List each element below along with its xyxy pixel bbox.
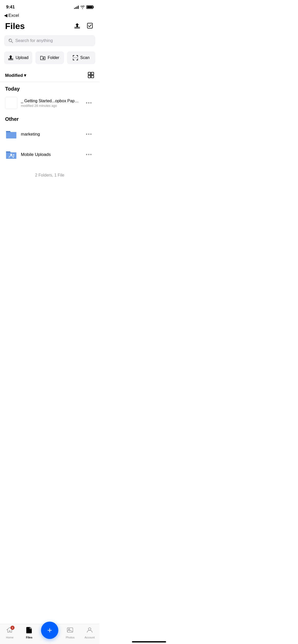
summary-text: 2 Folders, 1 File	[0, 165, 99, 182]
list-item[interactable]: Mobile Uploads •••	[0, 144, 99, 165]
list-item[interactable]: _ Getting Started...opbox Paper.paper mo…	[0, 94, 99, 112]
status-time: 9:41	[6, 5, 15, 10]
sort-chevron-icon: ▾	[24, 73, 26, 78]
svg-rect-8	[8, 55, 9, 56]
scan-icon	[73, 55, 78, 61]
wifi-icon	[80, 6, 85, 9]
list-item[interactable]: marketing •••	[0, 124, 99, 144]
svg-rect-21	[91, 72, 94, 75]
file-info: _ Getting Started...opbox Paper.paper mo…	[21, 99, 80, 108]
svg-rect-6	[8, 58, 13, 59]
svg-point-25	[13, 154, 15, 156]
back-label: Excel	[8, 13, 19, 18]
svg-rect-18	[77, 59, 78, 60]
svg-rect-23	[91, 75, 94, 78]
svg-rect-19	[73, 57, 78, 58]
back-button[interactable]: ◀ Excel	[4, 13, 19, 18]
svg-rect-22	[88, 75, 91, 78]
sort-button[interactable]: Modified ▾	[5, 73, 26, 78]
search-icon	[8, 38, 13, 43]
select-button[interactable]	[86, 21, 94, 31]
header-actions	[73, 21, 94, 31]
svg-rect-14	[77, 55, 78, 57]
scan-button[interactable]: Scan	[67, 51, 95, 64]
grid-icon	[88, 72, 94, 78]
file-more-button[interactable]: •••	[84, 99, 94, 107]
svg-rect-20	[88, 72, 91, 75]
upload-icon	[74, 22, 80, 29]
search-bar[interactable]: Search for anything	[4, 35, 95, 46]
folder-more-button[interactable]: •••	[84, 131, 94, 138]
action-buttons: Upload Folder Scan	[0, 51, 99, 69]
status-bar: 9:41	[0, 0, 99, 12]
folder-name: marketing	[21, 132, 80, 137]
upload-button[interactable]	[73, 21, 82, 31]
scan-label: Scan	[80, 55, 89, 60]
folder-name: Mobile Uploads	[21, 152, 80, 157]
page-title: Files	[5, 21, 25, 31]
folder-icon-wrap	[5, 149, 17, 161]
back-navigation: ◀ Excel	[0, 12, 99, 20]
checkmark-square-icon	[87, 22, 93, 29]
upload-action-button[interactable]: Upload	[4, 51, 32, 64]
svg-point-24	[10, 154, 12, 156]
upload-action-icon	[8, 55, 13, 61]
new-folder-icon	[40, 55, 46, 61]
svg-point-5	[9, 39, 10, 40]
file-thumbnail	[5, 97, 17, 109]
svg-rect-7	[8, 60, 13, 60]
svg-line-4	[11, 41, 13, 43]
folder-plain-icon	[5, 129, 17, 140]
folder-users-icon	[5, 149, 17, 160]
section-today-header: Today	[0, 82, 99, 94]
battery-icon	[86, 5, 93, 9]
new-folder-button[interactable]: Folder	[35, 51, 64, 64]
svg-rect-0	[74, 27, 80, 27]
folder-more-button[interactable]: •••	[84, 151, 94, 158]
signal-bars-icon	[74, 5, 79, 9]
status-icons	[74, 5, 93, 9]
folder-icon-wrap	[5, 128, 17, 140]
search-container: Search for anything	[0, 35, 99, 51]
folder-label: Folder	[48, 55, 59, 60]
svg-rect-16	[73, 59, 73, 60]
section-other-header: Other	[0, 112, 99, 124]
grid-view-button[interactable]	[88, 72, 94, 79]
svg-rect-1	[74, 28, 80, 28]
file-name: _ Getting Started...opbox Paper.paper	[21, 99, 80, 103]
sort-bar: Modified ▾	[0, 69, 99, 82]
svg-rect-12	[73, 55, 73, 57]
page-header: Files	[0, 20, 99, 35]
upload-label: Upload	[16, 55, 29, 60]
file-meta: modified 28 minutes ago	[21, 104, 80, 108]
sort-label: Modified	[5, 73, 23, 78]
search-placeholder: Search for anything	[15, 38, 53, 43]
back-arrow-icon: ◀	[4, 13, 7, 18]
